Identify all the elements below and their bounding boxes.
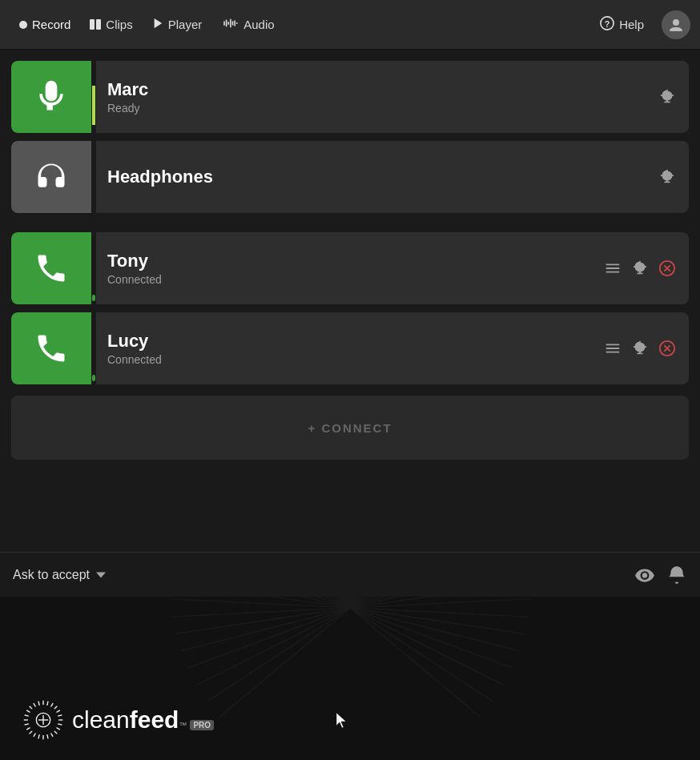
card-headphones-name: Headphones: [107, 167, 647, 187]
svg-line-64: [51, 703, 54, 706]
svg-line-84: [25, 715, 29, 716]
card-marc: Marc Ready: [11, 61, 689, 133]
card-marc-name: Marc: [107, 79, 647, 100]
svg-line-68: [51, 733, 54, 736]
svg-point-11: [673, 19, 679, 26]
visibility-button[interactable]: [634, 565, 655, 585]
card-tony-menu[interactable]: [604, 259, 622, 277]
notification-button[interactable]: [666, 565, 687, 585]
svg-line-59: [188, 608, 351, 668]
svg-line-77: [58, 715, 62, 716]
card-tony-settings[interactable]: [631, 259, 649, 277]
audio-icon: [221, 18, 239, 31]
ask-bar: Ask to accept: [0, 552, 700, 597]
nav-clips[interactable]: Clips: [80, 13, 142, 36]
svg-line-35: [350, 608, 513, 668]
nav-audio[interactable]: Audio: [211, 13, 284, 36]
svg-line-56: [171, 608, 350, 617]
svg-marker-0: [154, 18, 162, 28]
logo-text: cleanfeed™PRO: [72, 706, 214, 734]
card-headphones-actions: [658, 168, 689, 186]
card-lucy-body: Lucy Connected: [96, 321, 604, 376]
logo-pro: PRO: [190, 720, 214, 730]
card-tony-close[interactable]: [658, 259, 676, 277]
card-tony-icon: [11, 232, 91, 304]
svg-line-70: [34, 733, 36, 736]
svg-line-81: [38, 734, 39, 738]
card-marc-settings[interactable]: [658, 88, 676, 106]
nav-clips-label: Clips: [106, 18, 132, 31]
card-marc-status: Ready: [107, 102, 647, 115]
card-tony-actions: [604, 259, 689, 277]
logo-sun-icon: [22, 699, 64, 741]
dark-area: cleanfeed™PRO: [0, 597, 700, 760]
svg-line-61: [208, 608, 351, 701]
nav-record[interactable]: Record: [10, 13, 80, 36]
svg-line-80: [47, 734, 48, 738]
svg-line-79: [54, 731, 57, 734]
card-headphones-settings[interactable]: [658, 168, 676, 186]
svg-line-75: [47, 702, 48, 706]
record-dot: [19, 21, 27, 29]
card-marc-divider: [91, 61, 96, 133]
nav-right: ? Help: [590, 10, 690, 39]
help-icon: ?: [600, 16, 614, 33]
card-lucy-divider: [91, 312, 96, 384]
svg-line-76: [54, 706, 57, 709]
card-tony-status: Connected: [107, 273, 593, 286]
logo-clean: clean: [72, 706, 130, 734]
ask-dropdown[interactable]: [93, 567, 109, 583]
card-tony: Tony Connected: [11, 232, 689, 304]
top-nav: Record Clips Player Audio: [0, 0, 700, 50]
svg-line-82: [30, 731, 32, 734]
nav-help-label: Help: [619, 18, 644, 31]
svg-line-65: [56, 710, 59, 713]
card-marc-icon: [11, 61, 91, 133]
ask-label: Ask to accept: [13, 568, 90, 582]
nav-record-label: Record: [32, 18, 70, 31]
card-lucy-name: Lucy: [107, 331, 593, 352]
svg-line-74: [34, 703, 36, 706]
svg-line-67: [56, 728, 59, 730]
nav-player[interactable]: Player: [143, 13, 212, 36]
connect-label: + CONNECT: [308, 421, 392, 435]
card-tony-body: Tony Connected: [96, 241, 604, 296]
svg-line-31: [350, 599, 531, 608]
svg-line-78: [58, 724, 62, 725]
card-headphones-icon: [11, 141, 91, 213]
main-content: Marc Ready Headphones: [0, 50, 700, 460]
card-marc-actions: [658, 88, 689, 106]
logo-feed: feed: [130, 706, 179, 734]
svg-line-32: [350, 608, 529, 617]
play-icon: [152, 18, 163, 31]
cursor: [336, 713, 348, 732]
svg-line-55: [169, 599, 350, 608]
card-lucy-status: Connected: [107, 353, 593, 366]
connect-button[interactable]: + CONNECT: [11, 396, 689, 460]
card-lucy-icon: [11, 312, 91, 384]
card-lucy-close[interactable]: [658, 340, 676, 357]
logo-area: cleanfeed™PRO: [22, 699, 214, 741]
svg-line-83: [25, 724, 29, 725]
card-marc-body: Marc Ready: [96, 70, 658, 124]
card-lucy-actions: [604, 340, 689, 357]
svg-line-71: [26, 728, 30, 730]
nav-help[interactable]: ? Help: [590, 11, 654, 38]
card-tony-name: Tony: [107, 251, 593, 271]
clips-icon: [90, 19, 101, 30]
logo-tm: ™: [179, 721, 187, 730]
card-headphones: Headphones: [11, 141, 689, 213]
svg-text:?: ?: [605, 19, 610, 29]
ask-icons: [634, 565, 687, 585]
svg-line-37: [350, 608, 493, 701]
nav-player-label: Player: [168, 18, 203, 31]
card-lucy-menu[interactable]: [604, 340, 622, 357]
card-headphones-body: Headphones: [96, 157, 658, 197]
card-lucy-settings[interactable]: [631, 340, 649, 357]
nav-avatar[interactable]: [662, 10, 690, 39]
card-lucy: Lucy Connected: [11, 312, 689, 384]
svg-line-86: [38, 702, 39, 706]
bottom-bar: Ask to accept: [0, 552, 700, 760]
card-headphones-divider: [91, 141, 96, 213]
separator: [11, 221, 689, 224]
